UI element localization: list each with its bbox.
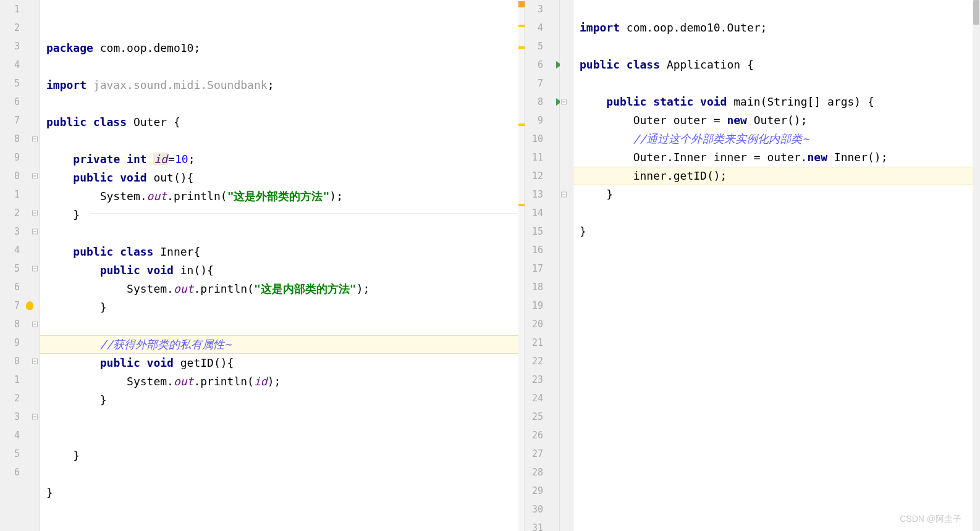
code-line[interactable] (573, 463, 980, 482)
gutter-row[interactable]: 23 (525, 370, 559, 389)
code-line[interactable] (573, 296, 980, 315)
fold-toggle-icon[interactable] (32, 322, 38, 327)
right-gutter[interactable]: 3456789101112131415161718192021222324252… (525, 0, 560, 531)
code-line[interactable]: } (573, 222, 980, 241)
gutter-row[interactable]: 4 (0, 56, 40, 74)
line-number[interactable]: 6 (525, 56, 547, 74)
code-line[interactable]: public void getID(){ (40, 354, 525, 372)
gutter-row[interactable]: 2 (0, 204, 40, 222)
line-number[interactable]: 0 (0, 167, 23, 185)
gutter-row[interactable]: 21 (525, 333, 559, 352)
gutter-row[interactable]: 3 (0, 408, 40, 426)
code-line[interactable] (573, 389, 980, 408)
gutter-row[interactable]: 25 (525, 408, 559, 426)
gutter-row[interactable]: 7 (0, 296, 40, 315)
gutter-row[interactable]: 20 (525, 315, 559, 333)
line-number[interactable]: 20 (525, 315, 547, 333)
gutter-row[interactable]: 7 (0, 111, 40, 130)
line-number[interactable]: 7 (0, 296, 23, 315)
code-line[interactable]: public void in(){ (40, 261, 525, 280)
analysis-marker-warning[interactable] (518, 1, 525, 7)
left-marker-strip[interactable] (518, 0, 525, 531)
gutter-row[interactable]: 6 (525, 56, 559, 74)
code-line[interactable]: public static void main(String[] args) { (573, 93, 980, 111)
line-number[interactable]: 24 (525, 389, 547, 408)
gutter-row[interactable]: 5 (525, 37, 559, 56)
line-number[interactable]: 18 (525, 278, 547, 296)
code-line[interactable]: public void out(){ (40, 169, 525, 187)
line-number[interactable]: 6 (0, 463, 23, 482)
code-line[interactable] (573, 352, 980, 370)
line-number[interactable]: 27 (525, 445, 547, 463)
code-line[interactable]: } (40, 206, 525, 224)
gutter-row[interactable]: 24 (525, 389, 559, 408)
warning-marker[interactable] (518, 204, 525, 206)
code-line[interactable] (40, 428, 525, 446)
gutter-row[interactable]: 3 (0, 37, 40, 56)
code-line[interactable] (573, 408, 980, 426)
line-number[interactable]: 1 (0, 0, 23, 19)
gutter-row[interactable]: 3 (525, 0, 559, 19)
gutter-row[interactable]: 8 (0, 130, 40, 148)
gutter-row[interactable]: 5 (0, 445, 40, 463)
gutter-row[interactable]: 1 (0, 370, 40, 389)
code-line[interactable]: public class Application { (573, 56, 980, 74)
code-line[interactable]: } (40, 298, 525, 317)
right-scrollbar[interactable] (973, 0, 980, 531)
gutter-row[interactable]: 22 (525, 352, 559, 370)
code-line[interactable]: System.out.println(id); (40, 372, 525, 391)
code-line[interactable]: Outer outer = new Outer(); (573, 111, 980, 130)
line-number[interactable]: 25 (525, 408, 547, 426)
code-line[interactable]: Outer.Inner inner = outer.new Inner(); (573, 148, 980, 167)
gutter-row[interactable]: 17 (525, 259, 559, 278)
gutter-row[interactable]: 4 (525, 19, 559, 37)
gutter-row[interactable]: 8 (0, 315, 40, 333)
line-number[interactable]: 16 (525, 241, 547, 259)
code-line[interactable] (573, 0, 980, 19)
fold-toggle-icon[interactable] (32, 266, 38, 272)
gutter-row[interactable]: 4 (0, 241, 40, 259)
code-line[interactable] (573, 315, 980, 333)
line-number[interactable]: 9 (525, 111, 547, 130)
gutter-row[interactable]: 1 (0, 0, 40, 19)
line-number[interactable]: 11 (525, 148, 547, 167)
code-line[interactable]: } (40, 483, 525, 502)
line-number[interactable]: 22 (525, 352, 547, 370)
fold-toggle-icon[interactable] (32, 136, 38, 142)
gutter-row[interactable]: 29 (525, 482, 559, 500)
right-inner-gutter[interactable] (560, 0, 573, 531)
code-line[interactable]: } (40, 446, 525, 465)
gutter-row[interactable]: 6 (0, 93, 40, 111)
code-line[interactable] (573, 241, 980, 259)
gutter-row[interactable]: 3 (0, 222, 40, 241)
code-line[interactable] (573, 259, 980, 278)
line-number[interactable]: 10 (525, 130, 547, 148)
fold-toggle-icon[interactable] (32, 174, 38, 179)
line-number[interactable]: 8 (0, 315, 23, 333)
gutter-row[interactable]: 30 (525, 500, 559, 519)
code-line[interactable] (573, 74, 980, 93)
line-number[interactable]: 0 (0, 352, 23, 370)
code-line[interactable] (40, 94, 525, 113)
code-line[interactable] (573, 482, 980, 500)
line-number[interactable]: 3 (525, 0, 547, 19)
gutter-row[interactable]: 19 (525, 296, 559, 315)
code-line[interactable]: import com.oop.demo10.Outer; (573, 19, 980, 37)
line-number[interactable]: 3 (0, 37, 23, 56)
line-number[interactable]: 6 (0, 93, 23, 111)
line-number[interactable]: 3 (0, 222, 23, 241)
gutter-row[interactable]: 13 (525, 185, 559, 204)
gutter-row[interactable]: 14 (525, 204, 559, 222)
gutter-row[interactable]: 31 (525, 519, 559, 531)
code-line[interactable] (573, 333, 980, 352)
code-line[interactable]: import javax.sound.midi.Soundbank; (40, 76, 525, 94)
gutter-row[interactable]: 9 (525, 111, 559, 130)
line-number[interactable]: 21 (525, 333, 547, 352)
fold-toggle-icon[interactable] (32, 211, 38, 216)
gutter-row[interactable]: 27 (525, 445, 559, 463)
code-line[interactable] (40, 57, 525, 76)
line-number[interactable]: 19 (525, 296, 547, 315)
line-number[interactable]: 9 (0, 148, 23, 167)
gutter-row[interactable]: 0 (0, 167, 40, 185)
line-number[interactable]: 2 (0, 19, 23, 37)
